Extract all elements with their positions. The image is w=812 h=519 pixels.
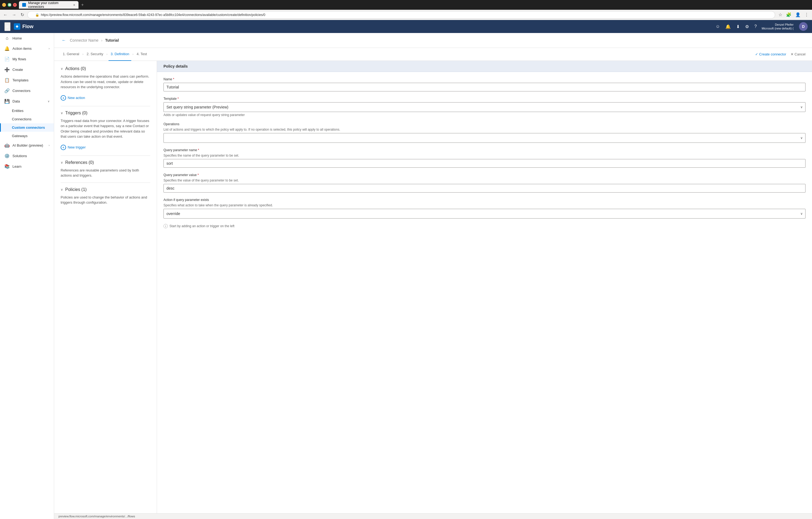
left-panel: ∨ Actions (0) Actions determine the oper… xyxy=(54,61,157,513)
query-param-value-help-text: Specifies the value of the query paramet… xyxy=(164,179,806,182)
status-text: preview.flow.microsoft.com/manage/enviro… xyxy=(58,515,135,518)
name-input[interactable] xyxy=(164,83,806,91)
lock-icon: 🔒 xyxy=(35,13,39,17)
sidebar-label-connections: Connections xyxy=(12,117,31,121)
references-section-body: References are reusable parameters used … xyxy=(61,168,150,178)
references-section-header[interactable]: ∨ References (0) xyxy=(61,160,150,165)
profile-button[interactable]: 👤 xyxy=(794,11,802,19)
name-required-star: * xyxy=(173,78,174,81)
sidebar-sub-item-entities[interactable]: Entities xyxy=(0,106,54,115)
sidebar-item-ai-builder[interactable]: 🤖 AI Builder (preview) › xyxy=(0,140,54,151)
status-bar: preview.flow.microsoft.com/manage/enviro… xyxy=(54,513,812,519)
address-bar[interactable]: 🔒 https://preview.flow.microsoft.com/man… xyxy=(27,11,775,19)
my-flows-icon: 📄 xyxy=(4,57,10,62)
help-button[interactable]: ? xyxy=(753,23,758,31)
tab-bar: Manage your custom connectors ✕ + xyxy=(19,1,810,9)
back-button[interactable]: ← xyxy=(2,11,9,19)
query-param-name-form-group: Query parameter name * Specifies the nam… xyxy=(164,148,806,168)
operations-help-text: List of actions and triggers to which th… xyxy=(164,128,806,131)
policies-section-header[interactable]: ∨ Policies (1) xyxy=(61,187,150,192)
star-button[interactable]: ☆ xyxy=(777,11,783,19)
query-param-name-required-star: * xyxy=(198,148,199,152)
smiley-button[interactable]: ☺ xyxy=(714,23,722,31)
tab-close-icon[interactable]: ✕ xyxy=(73,3,75,6)
step-chevron-1: › xyxy=(83,53,83,56)
template-select[interactable]: Set query string parameter (Preview) Set… xyxy=(164,102,806,112)
sidebar-item-action-items[interactable]: 🔔 Action items › xyxy=(0,43,54,54)
policy-details-body: Name * Template * xyxy=(157,72,812,234)
step-security-label: 2. Security xyxy=(87,52,103,56)
sidebar-item-data[interactable]: 💾 Data ∨ xyxy=(0,96,54,106)
user-avatar[interactable]: D xyxy=(799,22,808,31)
sidebar-label-gateways: Gateways xyxy=(12,134,28,138)
policies-section-body: Policies are used to change the behavior… xyxy=(61,195,150,205)
top-nav: ← Connector Name › Tutorial xyxy=(54,33,812,48)
back-nav-button[interactable]: ← xyxy=(61,37,67,44)
download-button[interactable]: ⬇ xyxy=(734,23,742,31)
sidebar-sub-item-connections[interactable]: Connections xyxy=(0,115,54,123)
query-param-name-help-text: Specifies the name of the query paramete… xyxy=(164,154,806,157)
query-param-name-label: Query parameter name * xyxy=(164,148,806,152)
settings-button[interactable]: ⚙ xyxy=(744,23,751,31)
reload-button[interactable]: ↻ xyxy=(20,11,25,19)
sidebar-item-home[interactable]: ⌂ Home xyxy=(0,33,54,43)
close-button[interactable]: ✕ xyxy=(13,3,17,7)
template-label: Template * xyxy=(164,97,806,101)
sidebar-sub-item-gateways[interactable]: Gateways xyxy=(0,132,54,140)
body-layout: ⌂ Home 🔔 Action items › 📄 My flows ➕ Cre… xyxy=(0,33,812,519)
step-security[interactable]: 2. Security xyxy=(84,48,105,61)
template-required-star: * xyxy=(178,97,179,101)
cancel-icon: ✕ xyxy=(791,52,793,56)
action-if-exists-select[interactable]: override skip fail xyxy=(164,209,806,218)
step-chevron-2: › xyxy=(106,53,107,56)
actions-toggle-icon: ∨ xyxy=(61,67,63,70)
action-if-exists-form-group: Action if query parameter exists Specifi… xyxy=(164,198,806,218)
actions-section-body: Actions determine the operations that us… xyxy=(61,74,150,90)
new-trigger-button[interactable]: + New trigger xyxy=(61,144,86,151)
maximize-button[interactable]: ⬜ xyxy=(7,3,11,7)
extensions-button[interactable]: 🧩 xyxy=(785,11,792,19)
operations-dropdown[interactable] xyxy=(164,133,806,143)
tab-title: Manage your custom connectors xyxy=(28,1,71,9)
sidebar-item-templates[interactable]: 📋 Templates xyxy=(0,75,54,86)
query-param-value-input[interactable] xyxy=(164,184,806,192)
breadcrumb-separator: › xyxy=(101,38,103,42)
breadcrumb-parent[interactable]: Connector Name xyxy=(70,38,98,42)
browser-menu-button[interactable]: ⋮ xyxy=(803,11,810,19)
minimize-button[interactable]: − xyxy=(2,3,6,7)
references-toggle-icon: ∨ xyxy=(61,161,63,164)
action-items-icon: 🔔 xyxy=(4,46,10,51)
new-action-button[interactable]: + New action xyxy=(61,94,85,102)
sidebar-item-create[interactable]: ➕ Create xyxy=(0,64,54,75)
notification-button[interactable]: 🔔 xyxy=(724,23,732,31)
sidebar-sub-item-custom-connectors[interactable]: Custom connectors xyxy=(0,123,54,132)
tab-favicon xyxy=(22,3,26,7)
triggers-section-header[interactable]: ∨ Triggers (0) xyxy=(61,111,150,116)
create-connector-button[interactable]: ✓ Create connector xyxy=(755,52,786,56)
new-action-icon: + xyxy=(61,95,66,101)
address-text: https://preview.flow.microsoft.com/manag… xyxy=(41,13,265,17)
browser-tab-active[interactable]: Manage your custom connectors ✕ xyxy=(19,1,79,9)
address-bar-row: ← → ↻ 🔒 https://preview.flow.microsoft.c… xyxy=(0,10,812,20)
forward-button[interactable]: → xyxy=(11,11,17,19)
sidebar-item-solutions[interactable]: ⚙️ Solutions xyxy=(0,151,54,161)
app-logo: Flow xyxy=(14,23,34,30)
new-tab-button[interactable]: + xyxy=(80,2,85,7)
hint-icon: i xyxy=(164,224,168,228)
actions-section-header[interactable]: ∨ Actions (0) xyxy=(61,66,150,71)
sidebar-item-connectors[interactable]: 🔗 Connectors xyxy=(0,86,54,96)
sidebar-item-my-flows[interactable]: 📄 My flows xyxy=(0,54,54,64)
cancel-button[interactable]: ✕ Cancel xyxy=(791,52,806,56)
query-param-name-input[interactable] xyxy=(164,159,806,168)
step-test-label: 4. Test xyxy=(137,52,147,56)
app-menu-button[interactable]: ≡ xyxy=(4,22,10,31)
step-test[interactable]: 4. Test xyxy=(135,48,149,61)
operations-chevron-icon: ∨ xyxy=(800,136,803,140)
step-general[interactable]: 1. General xyxy=(61,48,82,61)
step-definition[interactable]: 3. Definition xyxy=(109,48,132,61)
templates-icon: 📋 xyxy=(4,78,10,83)
browser-chrome: − ⬜ ✕ Manage your custom connectors ✕ + xyxy=(0,0,812,10)
create-icon: ➕ xyxy=(4,67,10,72)
sidebar-item-learn[interactable]: 📚 Learn xyxy=(0,161,54,172)
right-panel: Policy details Name * xyxy=(157,61,812,513)
